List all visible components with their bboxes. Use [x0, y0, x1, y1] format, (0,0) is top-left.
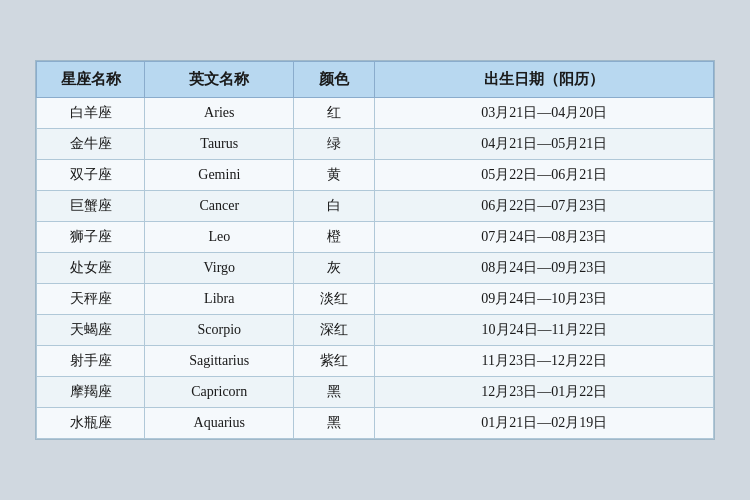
table-row: 金牛座Taurus绿04月21日—05月21日: [37, 129, 714, 160]
cell-date: 08月24日—09月23日: [375, 253, 714, 284]
cell-chinese: 金牛座: [37, 129, 145, 160]
cell-english: Capricorn: [145, 377, 294, 408]
cell-color: 红: [294, 98, 375, 129]
cell-color: 绿: [294, 129, 375, 160]
cell-color: 黑: [294, 408, 375, 439]
cell-color: 淡红: [294, 284, 375, 315]
table-row: 双子座Gemini黄05月22日—06月21日: [37, 160, 714, 191]
cell-chinese: 白羊座: [37, 98, 145, 129]
cell-english: Virgo: [145, 253, 294, 284]
zodiac-table-container: 星座名称 英文名称 颜色 出生日期（阳历） 白羊座Aries红03月21日—04…: [35, 60, 715, 440]
cell-date: 07月24日—08月23日: [375, 222, 714, 253]
table-row: 射手座Sagittarius紫红11月23日—12月22日: [37, 346, 714, 377]
cell-chinese: 摩羯座: [37, 377, 145, 408]
cell-chinese: 天蝎座: [37, 315, 145, 346]
cell-chinese: 狮子座: [37, 222, 145, 253]
header-date: 出生日期（阳历）: [375, 62, 714, 98]
cell-chinese: 天秤座: [37, 284, 145, 315]
cell-chinese: 水瓶座: [37, 408, 145, 439]
cell-color: 黑: [294, 377, 375, 408]
cell-date: 12月23日—01月22日: [375, 377, 714, 408]
table-row: 天蝎座Scorpio深红10月24日—11月22日: [37, 315, 714, 346]
table-row: 狮子座Leo橙07月24日—08月23日: [37, 222, 714, 253]
cell-date: 04月21日—05月21日: [375, 129, 714, 160]
cell-english: Cancer: [145, 191, 294, 222]
header-color: 颜色: [294, 62, 375, 98]
cell-color: 深红: [294, 315, 375, 346]
cell-english: Leo: [145, 222, 294, 253]
cell-color: 白: [294, 191, 375, 222]
table-row: 处女座Virgo灰08月24日—09月23日: [37, 253, 714, 284]
header-english: 英文名称: [145, 62, 294, 98]
header-chinese: 星座名称: [37, 62, 145, 98]
cell-date: 11月23日—12月22日: [375, 346, 714, 377]
cell-chinese: 处女座: [37, 253, 145, 284]
table-body: 白羊座Aries红03月21日—04月20日金牛座Taurus绿04月21日—0…: [37, 98, 714, 439]
cell-english: Sagittarius: [145, 346, 294, 377]
cell-english: Scorpio: [145, 315, 294, 346]
cell-color: 橙: [294, 222, 375, 253]
cell-date: 10月24日—11月22日: [375, 315, 714, 346]
table-row: 摩羯座Capricorn黑12月23日—01月22日: [37, 377, 714, 408]
cell-date: 05月22日—06月21日: [375, 160, 714, 191]
table-header-row: 星座名称 英文名称 颜色 出生日期（阳历）: [37, 62, 714, 98]
cell-color: 紫红: [294, 346, 375, 377]
zodiac-table: 星座名称 英文名称 颜色 出生日期（阳历） 白羊座Aries红03月21日—04…: [36, 61, 714, 439]
cell-date: 06月22日—07月23日: [375, 191, 714, 222]
cell-chinese: 射手座: [37, 346, 145, 377]
table-row: 巨蟹座Cancer白06月22日—07月23日: [37, 191, 714, 222]
cell-color: 黄: [294, 160, 375, 191]
cell-color: 灰: [294, 253, 375, 284]
cell-date: 01月21日—02月19日: [375, 408, 714, 439]
table-row: 白羊座Aries红03月21日—04月20日: [37, 98, 714, 129]
cell-date: 03月21日—04月20日: [375, 98, 714, 129]
table-row: 水瓶座Aquarius黑01月21日—02月19日: [37, 408, 714, 439]
cell-chinese: 巨蟹座: [37, 191, 145, 222]
table-row: 天秤座Libra淡红09月24日—10月23日: [37, 284, 714, 315]
cell-english: Libra: [145, 284, 294, 315]
cell-date: 09月24日—10月23日: [375, 284, 714, 315]
cell-english: Aries: [145, 98, 294, 129]
cell-chinese: 双子座: [37, 160, 145, 191]
cell-english: Taurus: [145, 129, 294, 160]
cell-english: Gemini: [145, 160, 294, 191]
cell-english: Aquarius: [145, 408, 294, 439]
